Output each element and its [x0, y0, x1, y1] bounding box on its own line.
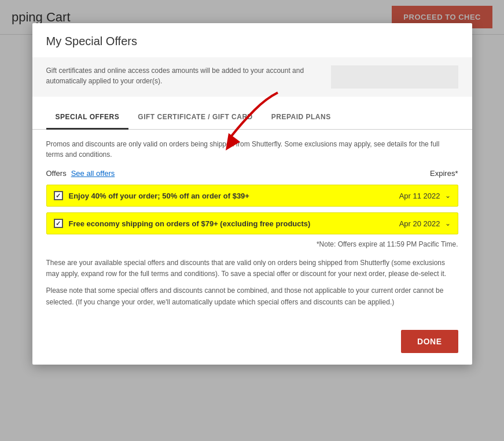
- offer-row-2: Free economy shipping on orders of $79+ …: [46, 212, 458, 234]
- offers-header: Offers See all offers Expires*: [46, 169, 458, 178]
- offer-checkbox-2[interactable]: [54, 219, 63, 228]
- tab-prepaid-plans[interactable]: PREPAID PLANS: [262, 106, 340, 130]
- modal-title: My Special Offers: [46, 35, 458, 48]
- footer-note-1: These are your available special offers …: [46, 258, 458, 280]
- offer-right-1: Apr 11 2022 ⌄: [399, 192, 451, 200]
- offer-text-1: Enjoy 40% off your order; 50% off an ord…: [69, 192, 249, 200]
- tab-gift-certificate[interactable]: GIFT CERTIFICATE / GIFT CARD: [128, 106, 262, 130]
- chevron-down-icon-1[interactable]: ⌄: [445, 192, 451, 200]
- chevron-down-icon-2[interactable]: ⌄: [445, 219, 451, 227]
- expiry-note: *Note: Offers expire at 11:59 PM Pacific…: [46, 240, 458, 248]
- offers-label: Offers: [46, 169, 67, 178]
- offer-date-1: Apr 11 2022: [399, 192, 440, 200]
- footer-note-2: Please note that some special offers and…: [46, 285, 458, 307]
- offer-left-2: Free economy shipping on orders of $79+ …: [54, 219, 311, 228]
- offer-checkbox-1[interactable]: [54, 191, 63, 200]
- done-button[interactable]: DONE: [401, 330, 458, 353]
- modal-overlay: My Special Offers Gift certificates and …: [0, 0, 504, 441]
- offer-row-1: Enjoy 40% off your order; 50% off an ord…: [46, 185, 458, 207]
- see-all-offers-link[interactable]: See all offers: [71, 169, 115, 178]
- modal-body: Promos and discounts are only valid on o…: [32, 130, 472, 323]
- offer-text-2: Free economy shipping on orders of $79+ …: [69, 219, 311, 228]
- modal-header: My Special Offers: [32, 23, 472, 48]
- notice-text: Gift certificates and online access code…: [46, 65, 325, 86]
- modal-footer: DONE: [32, 323, 472, 365]
- notice-bar: Gift certificates and online access code…: [32, 57, 472, 97]
- tabs-container: SPECIAL OFFERS GIFT CERTIFICATE / GIFT C…: [32, 106, 472, 130]
- offer-right-2: Apr 20 2022 ⌄: [399, 219, 451, 228]
- offers-left: Offers See all offers: [46, 169, 115, 178]
- special-offers-modal: My Special Offers Gift certificates and …: [32, 23, 472, 365]
- promo-note: Promos and discounts are only valid on o…: [46, 139, 458, 160]
- expires-label: Expires*: [430, 169, 458, 178]
- offer-date-2: Apr 20 2022: [399, 219, 440, 228]
- tab-special-offers[interactable]: SPECIAL OFFERS: [46, 106, 129, 130]
- notice-bar-placeholder: [331, 65, 458, 89]
- offer-left-1: Enjoy 40% off your order; 50% off an ord…: [54, 191, 249, 200]
